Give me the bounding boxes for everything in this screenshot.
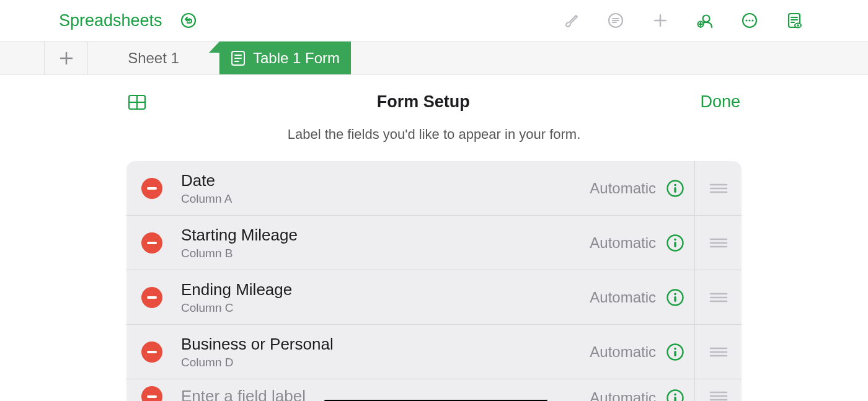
info-icon[interactable] — [666, 179, 684, 198]
svg-rect-49 — [674, 296, 676, 302]
svg-point-34 — [674, 183, 676, 186]
svg-rect-39 — [147, 242, 157, 244]
collaborate-icon[interactable] — [696, 12, 714, 29]
svg-rect-63 — [674, 397, 676, 401]
field-row: Starting Mileage Column B Automatic — [126, 216, 742, 270]
new-field-placeholder: Enter a field label — [181, 387, 306, 401]
field-label-area[interactable]: Starting Mileage Column B — [181, 226, 590, 260]
delete-field-button[interactable] — [141, 342, 162, 363]
list-circle-icon[interactable] — [607, 12, 624, 29]
field-type-label: Automatic — [590, 234, 656, 252]
field-label: Date — [181, 171, 590, 190]
tabbar-leading-spacer — [0, 42, 45, 74]
delete-field-button[interactable] — [141, 232, 162, 253]
more-icon[interactable] — [741, 12, 758, 29]
new-field-input[interactable]: Enter a field label — [181, 387, 306, 401]
field-label-area[interactable]: Business or Personal Column D — [181, 335, 590, 369]
sheet-tab-bar: Sheet 1 Table 1 Form — [0, 42, 868, 75]
field-type-label: Automatic — [590, 289, 656, 306]
svg-rect-60 — [147, 395, 157, 398]
field-label: Starting Mileage — [181, 226, 590, 245]
brush-icon[interactable] — [562, 12, 580, 29]
field-type-label: Automatic — [590, 389, 656, 401]
svg-rect-46 — [147, 296, 157, 299]
field-row: Business or Personal Column D Automatic — [126, 325, 742, 379]
field-type-label: Automatic — [590, 343, 656, 361]
toolbar-left: Spreadsheets — [0, 11, 197, 30]
field-column: Column B — [181, 247, 590, 260]
drag-handle-icon[interactable] — [694, 161, 742, 215]
table-icon[interactable] — [128, 95, 146, 110]
info-icon[interactable] — [666, 343, 684, 361]
svg-rect-42 — [674, 242, 676, 247]
field-label-area[interactable]: Ending Mileage Column C — [181, 280, 590, 315]
delete-field-button[interactable] — [141, 178, 162, 199]
form-setup-title: Form Setup — [377, 92, 470, 112]
field-row: Date Column A Automatic — [126, 161, 742, 216]
tab-sheet-1-label: Sheet 1 — [128, 50, 179, 67]
field-column: Column C — [181, 301, 590, 315]
field-type-label: Automatic — [590, 180, 656, 197]
done-button[interactable]: Done — [700, 92, 740, 112]
svg-point-22 — [797, 24, 799, 27]
svg-point-48 — [674, 293, 676, 295]
delete-field-button[interactable] — [141, 386, 162, 401]
form-setup-header: Form Setup Done — [0, 75, 868, 112]
add-sheet-button[interactable] — [45, 42, 88, 74]
svg-rect-56 — [674, 351, 676, 356]
field-label-area[interactable]: Date Column A — [181, 171, 590, 206]
tab-table-form-label: Table 1 Form — [253, 50, 340, 67]
svg-point-13 — [745, 19, 747, 21]
info-icon[interactable] — [666, 389, 684, 401]
form-setup-subtitle: Label the fields you'd like to appear in… — [0, 126, 868, 143]
field-label: Business or Personal — [181, 335, 590, 354]
field-label: Ending Mileage — [181, 280, 590, 299]
drag-handle-icon[interactable] — [694, 270, 742, 324]
tab-sheet-1[interactable]: Sheet 1 — [88, 42, 219, 74]
app-toolbar: Spreadsheets — [0, 0, 868, 42]
field-column: Column D — [181, 356, 590, 369]
svg-rect-35 — [674, 187, 676, 193]
info-icon[interactable] — [666, 234, 684, 252]
plus-icon[interactable] — [652, 12, 669, 29]
svg-point-15 — [751, 19, 753, 21]
svg-rect-32 — [147, 187, 157, 190]
drag-handle-icon[interactable] — [694, 216, 742, 270]
svg-rect-53 — [147, 351, 157, 353]
svg-point-7 — [703, 15, 710, 22]
field-column: Column A — [181, 192, 590, 206]
drag-handle-icon[interactable] — [694, 379, 742, 401]
toolbar-right — [562, 12, 856, 29]
fields-card: Date Column A Automatic — [126, 161, 742, 401]
svg-point-14 — [748, 19, 750, 21]
field-row: Ending Mileage Column C Automatic — [126, 270, 742, 325]
info-icon[interactable] — [666, 288, 684, 307]
form-preview-icon[interactable] — [786, 12, 803, 29]
svg-point-55 — [674, 347, 676, 350]
undo-icon[interactable] — [180, 12, 197, 29]
delete-field-button[interactable] — [141, 287, 162, 308]
svg-point-41 — [674, 238, 676, 240]
drag-handle-icon[interactable] — [694, 325, 742, 379]
tab-table-form[interactable]: Table 1 Form — [219, 42, 351, 74]
form-icon — [231, 50, 246, 66]
new-field-row: Enter a field label Automatic — [126, 379, 742, 401]
svg-point-62 — [674, 394, 676, 396]
back-button[interactable]: Spreadsheets — [59, 11, 162, 30]
